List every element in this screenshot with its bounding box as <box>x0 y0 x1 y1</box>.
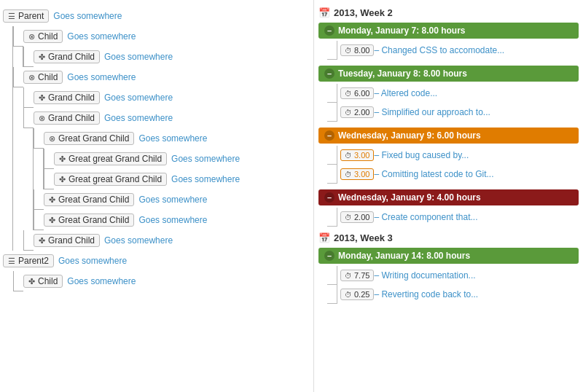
node-link-parent1[interactable]: Goes somewhere <box>53 11 122 21</box>
entries-container: ⏱7.75– Writing documentation...⏱0.25– Re… <box>318 266 579 304</box>
node-label-ggrand1: ✤Great great Grand Child <box>54 152 167 165</box>
node-link-greatgrand2[interactable]: Goes somewhere <box>138 195 207 205</box>
day-block: –Wednesday, January 9: 4.00 hours⏱2.00– … <box>318 189 579 227</box>
time-value: 3.00 <box>354 151 369 160</box>
node-link-child1[interactable]: Goes somewhere <box>67 31 136 42</box>
minus-circle-icon: ⊗ <box>49 134 55 144</box>
day-label: Wednesday, January 9: 6.00 hours <box>338 130 481 141</box>
leaf-icon: ✤ <box>39 236 45 246</box>
entry-connector <box>327 285 337 304</box>
entry-row: ⏱2.00– Create component that... <box>324 208 579 227</box>
tree-node-child2: ⊗ChildGoes somewhere✤Grand ChildGoes som… <box>3 67 310 251</box>
week-header: 📅2013, Week 3 <box>318 232 579 243</box>
leaf-icon: ✤ <box>49 216 55 225</box>
day-block: –Tuesday, January 8: 8.00 hours⏱6.00– Al… <box>318 66 579 122</box>
entry-description[interactable]: – Create component that... <box>374 212 477 222</box>
calendar-icon: 📅 <box>318 232 330 243</box>
day-header[interactable]: –Monday, January 14: 8.00 hours <box>318 248 579 264</box>
time-value: 2.00 <box>354 213 369 222</box>
collapse-icon[interactable]: – <box>324 130 334 141</box>
day-header[interactable]: –Tuesday, January 8: 8.00 hours <box>318 66 579 82</box>
minus-circle-icon: ⊗ <box>28 32 35 42</box>
tree-node-child3: ✤ChildGoes somewhere <box>3 271 310 291</box>
node-link-child2[interactable]: Goes somewhere <box>67 72 136 82</box>
node-text: Grand Child <box>48 235 95 246</box>
leaf-icon: ✤ <box>39 93 45 103</box>
node-link-ggrand2[interactable]: Goes somewhere <box>171 174 240 184</box>
node-link-ggrand1[interactable]: Goes somewhere <box>171 154 240 164</box>
time-value: 7.75 <box>354 271 369 280</box>
day-header[interactable]: –Wednesday, January 9: 6.00 hours <box>318 128 579 144</box>
tree-node-child1: ⊗ChildGoes somewhere✤Grand ChildGoes som… <box>3 26 310 67</box>
node-link-grandchild3[interactable]: Goes somewhere <box>104 113 173 123</box>
node-link-greatgrand3[interactable]: Goes somewhere <box>138 215 207 225</box>
node-label-child3: ✤Child <box>23 275 63 288</box>
node-label-grandchild3: ⊗Grand Child <box>34 111 100 125</box>
time-value: 6.00 <box>354 89 369 98</box>
entries-container: ⏱3.00– Fixed bug caused by...⏱3.00– Comi… <box>318 146 579 184</box>
node-text: Great Grand Child <box>58 133 129 144</box>
collapse-icon[interactable]: – <box>324 192 334 203</box>
leaf-icon: ✤ <box>28 277 35 286</box>
entry-description[interactable]: – Writing documentation... <box>374 270 475 281</box>
leaf-icon: ✤ <box>39 52 45 62</box>
time-value: 8.00 <box>354 46 369 55</box>
entries-container: ⏱2.00– Create component that... <box>318 208 579 227</box>
tree-node-greatgrand2: ✤Great Grand ChildGoes somewhere <box>3 189 310 210</box>
entry-description[interactable]: – Reverting code back to... <box>374 289 478 299</box>
entry-connector <box>327 165 337 184</box>
node-text: Great Grand Child <box>58 215 129 225</box>
collapse-icon[interactable]: – <box>324 26 334 36</box>
entry-row: ⏱0.25– Reverting code back to... <box>324 285 579 304</box>
entry-row: ⏱2.00– Simplified our approach to... <box>324 103 579 122</box>
node-label-grandchild2: ✤Grand Child <box>34 91 100 104</box>
node-label-parent1: ☰Parent <box>3 9 49 23</box>
collapse-icon[interactable]: – <box>324 251 334 261</box>
tree-node-parent1: ☰ParentGoes somewhere⊗ChildGoes somewher… <box>3 6 310 251</box>
node-label-greatgrand3: ✤Great Grand Child <box>44 213 134 227</box>
day-block: –Monday, January 14: 8.00 hours⏱7.75– Wr… <box>318 248 579 304</box>
time-value: 3.00 <box>354 170 369 179</box>
clock-icon: ⏱ <box>345 170 352 179</box>
clock-icon: ⏱ <box>345 291 352 299</box>
entry-row: ⏱6.00– Altered code... <box>324 84 579 103</box>
week-label: 2013, Week 2 <box>334 7 393 18</box>
entry-connector <box>327 84 337 103</box>
node-text: Parent <box>18 11 44 21</box>
time-badge: ⏱8.00 <box>340 44 374 56</box>
node-link-grandchild4[interactable]: Goes somewhere <box>104 235 173 246</box>
tree-node-grandchild4: ✤Grand ChildGoes somewhere <box>3 230 310 251</box>
node-text: Child <box>38 276 58 286</box>
tree-node-ggrand2: ✤Great great Grand ChildGoes somewhere <box>3 169 310 189</box>
entry-description[interactable]: – Comitting latest code to Git... <box>374 169 493 179</box>
folder-icon: ☰ <box>8 256 15 266</box>
day-block: –Monday, January 7: 8.00 hours⏱8.00– Cha… <box>318 23 579 60</box>
week-label: 2013, Week 3 <box>334 232 393 243</box>
minus-circle-icon: ⊗ <box>39 114 45 123</box>
entry-description[interactable]: – Simplified our approach to... <box>374 107 490 117</box>
time-badge: ⏱7.75 <box>340 270 374 281</box>
node-link-child3[interactable]: Goes somewhere <box>67 276 136 286</box>
leaf-icon: ✤ <box>59 175 66 184</box>
tree-node-parent2: ☰Parent2Goes somewhere✤ChildGoes somewhe… <box>3 251 310 291</box>
entry-description[interactable]: – Changed CSS to accomodate... <box>374 45 504 55</box>
day-label: Tuesday, January 8: 8.00 hours <box>338 68 467 79</box>
entry-row: ⏱3.00– Fixed bug caused by... <box>324 146 579 165</box>
node-link-greatgrand1[interactable]: Goes somewhere <box>138 133 207 144</box>
time-badge: ⏱2.00 <box>340 211 374 223</box>
node-text: Child <box>38 31 58 42</box>
day-header[interactable]: –Monday, January 7: 8.00 hours <box>318 23 579 39</box>
tree-panel: ☰ParentGoes somewhere⊗ChildGoes somewher… <box>0 0 313 392</box>
node-link-parent2[interactable]: Goes somewhere <box>58 256 127 266</box>
tree-node-greatgrand3: ✤Great Grand ChildGoes somewhere <box>3 210 310 230</box>
node-link-grandchild2[interactable]: Goes somewhere <box>104 93 173 103</box>
collapse-icon[interactable]: – <box>324 68 334 79</box>
day-label: Monday, January 14: 8.00 hours <box>338 251 470 261</box>
day-header[interactable]: –Wednesday, January 9: 4.00 hours <box>318 189 579 205</box>
time-badge: ⏱3.00 <box>340 149 374 161</box>
entry-description[interactable]: – Fixed bug caused by... <box>374 150 469 160</box>
tree-node-greatgrand1: ⊗Great Grand ChildGoes somewhere✤Great g… <box>3 128 310 189</box>
entry-description[interactable]: – Altered code... <box>374 88 437 98</box>
time-value: 0.25 <box>354 290 369 299</box>
node-link-grandchild1[interactable]: Goes somewhere <box>104 52 173 62</box>
